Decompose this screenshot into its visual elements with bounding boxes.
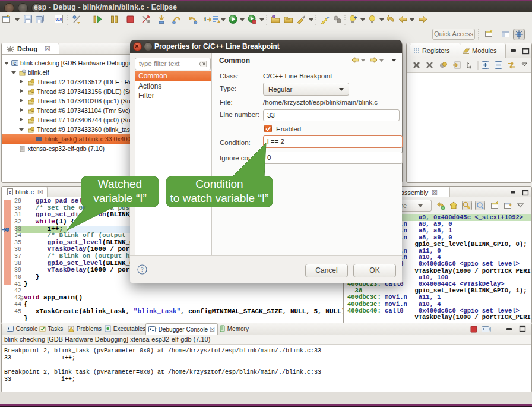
svg-text:C: C — [14, 61, 17, 66]
svg-text:?: ? — [141, 266, 144, 273]
svg-text:010: 010 — [56, 17, 62, 21]
svg-text:i: i — [204, 15, 206, 23]
svg-text:c: c — [9, 190, 11, 195]
